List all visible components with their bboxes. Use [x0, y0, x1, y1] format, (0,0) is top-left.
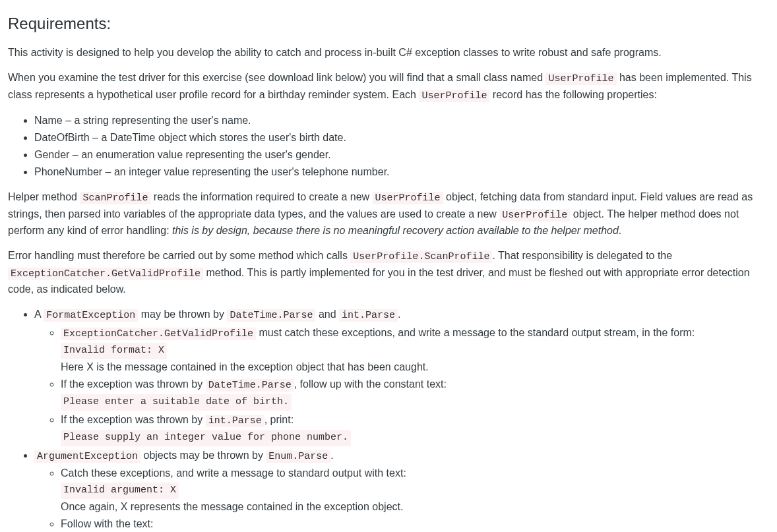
code-userprofile: UserProfile [419, 90, 489, 102]
paragraph-4: Error handling must therefore be carried… [8, 248, 769, 297]
sub-list: ExceptionCatcher.GetValidProfile must ca… [34, 325, 769, 446]
code-userprofile: UserProfile [373, 192, 443, 204]
code-argumentexception: ArgumentException [34, 450, 140, 463]
code-userprofile: UserProfile [499, 209, 570, 222]
list-item: Follow with the text: Gender must be Fem… [61, 516, 769, 533]
text: Catch these exceptions, and write a mess… [61, 467, 406, 479]
code-output: Please enter a suitable date of birth. [61, 394, 292, 411]
text: Here X is the message contained in the e… [61, 361, 429, 372]
code-scanprofile-full: UserProfile.ScanProfile [350, 251, 492, 263]
text: must catch these exceptions, and write a… [256, 327, 695, 338]
text: . [330, 450, 333, 461]
text: . [619, 225, 621, 236]
code-getvalidprofile: ExceptionCatcher.GetValidProfile [8, 268, 203, 280]
text: Once again, X represents the message con… [61, 501, 403, 512]
code-getvalidprofile: ExceptionCatcher.GetValidProfile [61, 328, 256, 340]
text: Follow with the text: [61, 518, 154, 529]
list-item: ArgumentException objects may be thrown … [34, 448, 769, 533]
text: may be thrown by [138, 309, 227, 320]
exceptions-list: A FormatException may be thrown by DateT… [8, 307, 769, 532]
text: . That responsibility is delegated to th… [492, 250, 672, 261]
paragraph-2: When you examine the test driver for thi… [8, 70, 769, 103]
sub-list: Catch these exceptions, and write a mess… [34, 465, 769, 532]
list-item: PhoneNumber – an integer value represent… [34, 164, 769, 180]
paragraph-3: Helper method ScanProfile reads the info… [8, 189, 769, 239]
code-datetime-parse: DateTime.Parse [206, 379, 294, 392]
code-output: Invalid format: X [61, 343, 167, 359]
text: , follow up with the constant text: [294, 378, 447, 390]
text: Error handling must therefore be carried… [8, 250, 350, 261]
code-userprofile: UserProfile [545, 73, 616, 85]
text: Helper method [8, 191, 80, 202]
list-item: Gender – an enumeration value representi… [34, 147, 769, 163]
text: objects may be thrown by [140, 450, 266, 461]
text: record has the following properties: [489, 89, 656, 100]
code-scanprofile: ScanProfile [80, 192, 150, 204]
properties-list: Name – a string representing the user's … [8, 113, 769, 180]
text: A [34, 309, 44, 320]
design-note: this is by design, because there is no m… [172, 225, 619, 236]
code-formatexception: FormatException [44, 309, 138, 322]
code-enum-parse: Enum.Parse [266, 450, 330, 463]
text: When you examine the test driver for thi… [8, 72, 545, 83]
list-item: ExceptionCatcher.GetValidProfile must ca… [61, 325, 769, 375]
code-int-parse: int.Parse [339, 309, 398, 322]
code-datetime-parse: DateTime.Parse [227, 309, 315, 322]
text: , print: [264, 414, 294, 425]
text: . [398, 309, 400, 320]
list-item: DateOfBirth – a DateTime object which st… [34, 130, 769, 146]
list-item: A FormatException may be thrown by DateT… [34, 307, 769, 446]
code-int-parse: int.Parse [206, 415, 264, 427]
list-item: Name – a string representing the user's … [34, 113, 769, 129]
intro-paragraph: This activity is designed to help you de… [8, 45, 769, 61]
text: If the exception was thrown by [61, 414, 206, 425]
list-item: If the exception was thrown by DateTime.… [61, 376, 769, 411]
text: If the exception was thrown by [61, 378, 206, 390]
code-output: Invalid argument: X [61, 483, 179, 499]
requirements-heading: Requirements: [8, 12, 769, 36]
code-output: Please supply an integer value for phone… [61, 430, 351, 446]
text: and [315, 309, 339, 320]
list-item: If the exception was thrown by int.Parse… [61, 412, 769, 446]
list-item: Catch these exceptions, and write a mess… [61, 465, 769, 515]
text: reads the information required to create… [150, 191, 372, 202]
